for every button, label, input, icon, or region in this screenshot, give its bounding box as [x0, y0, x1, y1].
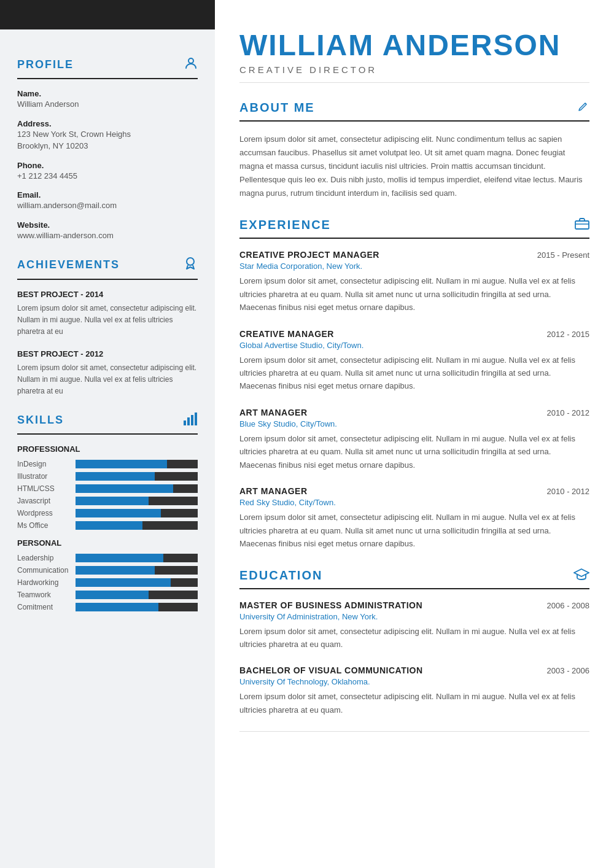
resume-page: PROFILE Name.William AndersonAddress.123…	[0, 0, 614, 868]
skill-bar-fill	[76, 578, 171, 587]
bottom-line	[239, 731, 589, 732]
skills-divider	[17, 433, 198, 435]
main-header: WILLIAM ANDERSON CREATIVE DIRECTOR	[239, 0, 589, 83]
skill-bar	[76, 603, 198, 611]
exp-item-date: 2015 - Present	[537, 250, 589, 260]
skill-bar	[76, 591, 198, 599]
profile-field-label: Email.	[17, 190, 198, 200]
achievements-section-header: ACHIEVEMENTS	[17, 256, 198, 274]
main-content: WILLIAM ANDERSON CREATIVE DIRECTOR ABOUT…	[215, 0, 614, 868]
edu-item-desc: Lorem ipsum dolor sit amet, consectetur …	[239, 625, 589, 651]
skill-bar-fill	[76, 603, 158, 611]
experience-item: CREATIVE MANAGER 2012 - 2015 Global Adve…	[239, 329, 589, 393]
exp-item-company: Blue Sky Studio, City/Town.	[239, 419, 589, 428]
education-divider	[239, 588, 589, 589]
about-icon	[577, 100, 589, 115]
sidebar-content: PROFILE Name.William AndersonAddress.123…	[0, 29, 215, 634]
profile-field-value: www.william-anderson.com	[17, 230, 198, 242]
skill-name: InDesign	[17, 460, 76, 468]
edu-item-desc: Lorem ipsum dolor sit amet, consectetur …	[239, 690, 589, 716]
skill-bar-fill	[76, 566, 155, 575]
exp-item-title: CREATIVE MANAGER	[239, 329, 334, 339]
skill-name: Wordpress	[17, 509, 76, 517]
experience-item: ART MANAGER 2010 - 2012 Red Sky Studio, …	[239, 486, 589, 550]
svg-rect-2	[184, 420, 186, 425]
skill-name: Javascript	[17, 497, 76, 505]
experience-item: CREATIVE PROJECT MANAGER 2015 - Present …	[239, 250, 589, 314]
profile-title: PROFILE	[17, 58, 74, 71]
edu-item-header: MASTER OF BUSINESS ADMINISTRATION 2006 -…	[239, 600, 589, 610]
skill-bar-fill	[76, 554, 163, 562]
about-title: ABOUT ME	[239, 101, 315, 115]
skill-row: Hardworking	[17, 578, 198, 587]
skills-section-header: SKILLS	[17, 412, 198, 428]
achievement-desc: Lorem ipsum dolor sit amet, consectetur …	[17, 303, 198, 338]
profile-field: Name.William Anderson	[17, 89, 198, 110]
skill-bar	[76, 484, 198, 493]
skill-bar-fill	[76, 472, 155, 481]
achievement-title: BEST PROJECT - 2014	[17, 290, 198, 299]
about-section: ABOUT ME Lorem ipsum dolor sit amet, con…	[239, 100, 589, 200]
sidebar-top-bar	[0, 0, 215, 29]
education-title: EDUCATION	[239, 568, 322, 583]
skill-bar-fill	[76, 509, 161, 517]
candidate-name: WILLIAM ANDERSON	[239, 29, 589, 62]
edu-item-date: 2006 - 2008	[547, 601, 589, 610]
profile-field-value: 123 New York St, Crown Heighs Brooklyn, …	[17, 128, 198, 152]
achievement-items: BEST PROJECT - 2014Lorem ipsum dolor sit…	[17, 290, 198, 397]
skill-bar-fill	[76, 591, 149, 599]
svg-rect-5	[195, 413, 197, 425]
svg-rect-4	[191, 415, 193, 425]
skill-row: Comitment	[17, 603, 198, 611]
profile-field-label: Phone.	[17, 161, 198, 170]
achievement-title: BEST PROJECT - 2012	[17, 349, 198, 358]
achievement-item: BEST PROJECT - 2012Lorem ipsum dolor sit…	[17, 349, 198, 398]
professional-skills-label: PROFESSIONAL	[17, 444, 198, 454]
skill-bar	[76, 554, 198, 562]
svg-point-1	[187, 258, 194, 265]
skill-row: Wordpress	[17, 509, 198, 517]
skill-bar	[76, 497, 198, 505]
skill-name: Hardworking	[17, 578, 76, 587]
profile-field: Address.123 New York St, Crown Heighs Br…	[17, 119, 198, 152]
exp-item-desc: Lorem ipsum dolor sit amet, consectetur …	[239, 354, 589, 393]
edu-item-date: 2003 - 2006	[547, 666, 589, 675]
about-divider	[239, 120, 589, 122]
exp-item-desc: Lorem ipsum dolor sit amet, consectetur …	[239, 432, 589, 471]
edu-item-degree: MASTER OF BUSINESS ADMINISTRATION	[239, 600, 422, 610]
skill-name: Communication	[17, 566, 76, 575]
skill-row: Leadership	[17, 554, 198, 562]
about-header: ABOUT ME	[239, 100, 589, 115]
experience-icon	[575, 217, 589, 233]
about-text: Lorem ipsum dolor sit amet, consectetur …	[239, 133, 589, 200]
education-header: EDUCATION	[239, 568, 589, 583]
skill-bar	[76, 566, 198, 575]
exp-item-title: ART MANAGER	[239, 408, 308, 417]
skill-name: HTML/CSS	[17, 484, 76, 493]
skill-bar	[76, 521, 198, 530]
profile-field-label: Website.	[17, 220, 198, 230]
exp-item-company: Global Advertise Studio, City/Town.	[239, 341, 589, 350]
achievement-item: BEST PROJECT - 2014Lorem ipsum dolor sit…	[17, 290, 198, 338]
achievements-icon	[183, 256, 198, 274]
exp-item-date: 2012 - 2015	[547, 330, 589, 339]
exp-item-desc: Lorem ipsum dolor sit amet, consectetur …	[239, 274, 589, 314]
edu-item-school: University Of Administration, New York.	[239, 612, 589, 621]
exp-item-title: CREATIVE PROJECT MANAGER	[239, 250, 379, 260]
education-icon	[573, 568, 589, 583]
exp-item-header: ART MANAGER 2010 - 2012	[239, 486, 589, 496]
exp-item-date: 2010 - 2012	[547, 408, 589, 417]
skill-bar	[76, 509, 198, 517]
skill-bar-fill	[76, 521, 142, 530]
profile-field-label: Address.	[17, 119, 198, 128]
exp-item-header: CREATIVE MANAGER 2012 - 2015	[239, 329, 589, 339]
skills-title: SKILLS	[17, 414, 64, 427]
edu-item-degree: BACHELOR OF VISUAL COMMUNICATION	[239, 665, 423, 675]
experience-item: ART MANAGER 2010 - 2012 Blue Sky Studio,…	[239, 408, 589, 471]
exp-item-company: Red Sky Studio, City/Town.	[239, 498, 589, 507]
skills-content: PROFESSIONAL InDesign Illustrator HTML/C…	[17, 444, 198, 611]
skill-row: InDesign	[17, 460, 198, 468]
skill-row: HTML/CSS	[17, 484, 198, 493]
skill-bar	[76, 460, 198, 468]
profile-field: Website.www.william-anderson.com	[17, 220, 198, 242]
